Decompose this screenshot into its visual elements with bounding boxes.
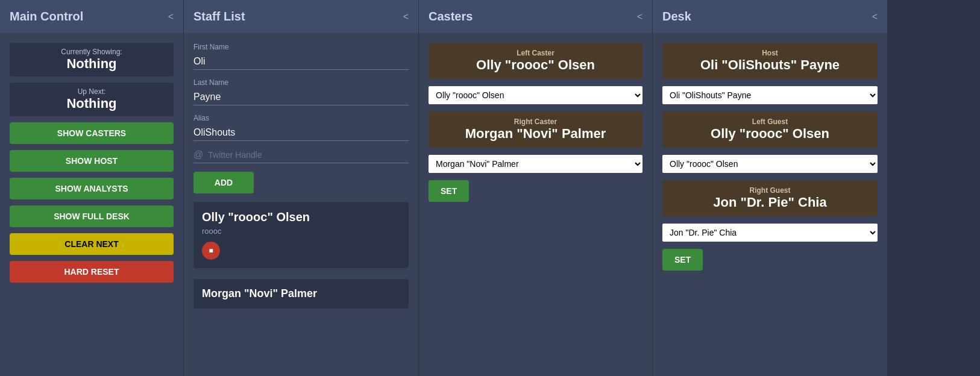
host-display: Host Oli "OliShouts" Payne <box>662 43 878 79</box>
add-staff-button[interactable]: ADD <box>193 172 254 193</box>
staff-card-0-delete-btn[interactable] <box>202 242 220 260</box>
left-guest-select[interactable]: Olly "roooc" Olsen Morgan "Novi" Palmer … <box>662 155 878 173</box>
main-control-title: Main Control <box>10 10 83 24</box>
first-name-input[interactable] <box>193 54 409 70</box>
desk-collapse-btn[interactable]: < <box>872 11 878 22</box>
host-name: Oli "OliShouts" Payne <box>671 57 869 73</box>
casters-title: Casters <box>429 10 473 24</box>
up-next-box: Up Next: Nothing <box>10 83 174 116</box>
right-guest-name: Jon "Dr. Pie" Chia <box>671 195 869 210</box>
hard-reset-button[interactable]: HARD RESET <box>10 261 174 283</box>
alias-input[interactable] <box>193 125 409 141</box>
right-caster-select-row: Morgan "Novi" Palmer Olly "roooc" Olsen … <box>429 155 642 173</box>
last-name-group: Last Name <box>193 78 409 105</box>
twitter-icon: @ <box>193 149 203 160</box>
desk-body: Host Oli "OliShouts" Payne Oli "OliShout… <box>653 33 887 280</box>
staff-list-body: First Name Last Name Alias @ ADD Olly "r… <box>184 33 418 318</box>
desk-panel: Desk < Host Oli "OliShouts" Payne Oli "O… <box>653 0 888 376</box>
staff-card-1: Morgan "Novi" Palmer <box>193 279 409 309</box>
desk-set-button[interactable]: SET <box>662 249 703 271</box>
left-caster-display: Left Caster Olly "roooc" Olsen <box>429 43 642 79</box>
left-caster-select[interactable]: Olly "roooc" Olsen Morgan "Novi" Palmer … <box>429 86 642 104</box>
currently-showing-value: Nothing <box>17 56 166 72</box>
staff-card-0-name: Olly "roooc" Olsen <box>202 210 400 224</box>
host-select[interactable]: Oli "OliShouts" Payne Olly "roooc" Olsen… <box>662 86 878 104</box>
alias-group: Alias <box>193 114 409 141</box>
show-casters-button[interactable]: SHOW CASTERS <box>10 122 174 144</box>
first-name-group: First Name <box>193 43 409 70</box>
alias-label: Alias <box>193 114 409 122</box>
host-role-label: Host <box>671 49 869 57</box>
currently-showing-label: Currently Showing: <box>17 48 166 56</box>
left-caster-name: Olly "roooc" Olsen <box>437 57 634 73</box>
staff-list-title: Staff List <box>193 10 245 24</box>
up-next-value: Nothing <box>17 96 166 111</box>
casters-header: Casters < <box>419 0 652 33</box>
clear-next-button[interactable]: CLEAR NEXT <box>10 233 174 255</box>
desk-title: Desk <box>662 10 691 24</box>
left-guest-name: Olly "roooc" Olsen <box>671 126 869 142</box>
right-guest-select[interactable]: Jon "Dr. Pie" Chia Olly "roooc" Olsen Mo… <box>662 224 878 242</box>
show-host-button[interactable]: SHOW HOST <box>10 150 174 172</box>
left-guest-role-label: Left Guest <box>671 118 869 126</box>
staff-card-0-alias: roooc <box>202 227 400 236</box>
left-caster-select-row: Olly "roooc" Olsen Morgan "Novi" Palmer … <box>429 86 642 104</box>
staff-list-header: Staff List < <box>184 0 418 33</box>
right-caster-role-label: Right Caster <box>437 118 634 126</box>
twitter-group: @ <box>193 149 409 163</box>
main-control-panel: Main Control < Currently Showing: Nothin… <box>0 0 184 376</box>
casters-collapse-btn[interactable]: < <box>637 11 642 22</box>
right-guest-role-label: Right Guest <box>671 186 869 195</box>
right-guest-display: Right Guest Jon "Dr. Pie" Chia <box>662 180 878 216</box>
currently-showing-box: Currently Showing: Nothing <box>10 43 174 77</box>
staff-card-0: Olly "roooc" Olsen roooc <box>193 202 409 268</box>
casters-set-button[interactable]: SET <box>429 180 469 202</box>
right-caster-name: Morgan "Novi" Palmer <box>437 126 634 142</box>
main-control-collapse-btn[interactable]: < <box>168 11 174 22</box>
twitter-input[interactable] <box>208 150 409 160</box>
main-control-body: Currently Showing: Nothing Up Next: Noth… <box>0 33 183 292</box>
staff-list-panel: Staff List < First Name Last Name Alias … <box>184 0 419 376</box>
show-analysts-button[interactable]: SHOW ANALYSTS <box>10 178 174 199</box>
right-caster-display: Right Caster Morgan "Novi" Palmer <box>429 111 642 148</box>
first-name-label: First Name <box>193 43 409 51</box>
staff-card-1-name: Morgan "Novi" Palmer <box>202 287 400 300</box>
casters-body: Left Caster Olly "roooc" Olsen Olly "roo… <box>419 33 652 212</box>
up-next-label: Up Next: <box>17 87 166 96</box>
right-caster-select[interactable]: Morgan "Novi" Palmer Olly "roooc" Olsen … <box>429 155 642 173</box>
staff-list-collapse-btn[interactable]: < <box>403 11 409 22</box>
main-control-header: Main Control < <box>0 0 183 33</box>
last-name-input[interactable] <box>193 89 409 105</box>
casters-panel: Casters < Left Caster Olly "roooc" Olsen… <box>419 0 653 376</box>
desk-header: Desk < <box>653 0 887 33</box>
show-full-desk-button[interactable]: SHOW FULL DESK <box>10 205 174 227</box>
left-caster-role-label: Left Caster <box>437 49 634 57</box>
last-name-label: Last Name <box>193 78 409 87</box>
left-guest-display: Left Guest Olly "roooc" Olsen <box>662 111 878 148</box>
